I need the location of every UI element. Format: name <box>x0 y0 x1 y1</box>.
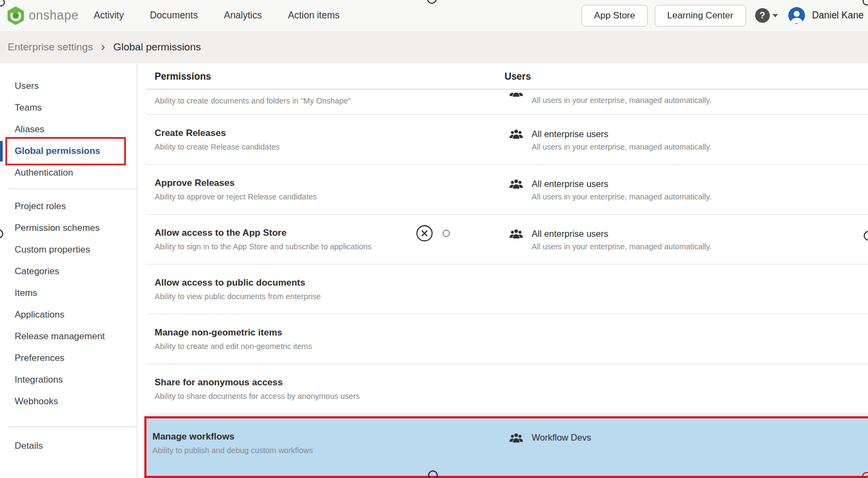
sidebar-item-teams[interactable]: Teams <box>0 97 137 119</box>
nav-item-analytics[interactable]: Analytics <box>224 10 262 21</box>
sidebar-item-details[interactable]: Details <box>0 435 137 457</box>
permission-row-manage-non-geometric-items[interactable]: Manage non-geometric items Ability to cr… <box>146 314 868 364</box>
nav-item-activity[interactable]: Activity <box>94 10 124 21</box>
active-indicator-bar <box>0 141 3 162</box>
primary-nav: ActivityDocumentsAnalyticsAction items <box>94 10 340 21</box>
app-store-button[interactable]: App Store <box>582 5 648 27</box>
permissions-rows: Ability to create documents and folders … <box>146 89 868 478</box>
permission-title: Manage non-geometric items <box>155 327 868 338</box>
sidebar-item-webhooks[interactable]: Webhooks <box>0 391 137 412</box>
users-description: All users in your enterprise, managed au… <box>532 96 712 105</box>
column-header-permissions: Permissions <box>155 70 211 82</box>
permission-row-allow-access-to-the-app-store[interactable]: Allow access to the App Store Ability to… <box>146 215 868 264</box>
permission-row-ability-to-create-documents-and-folders-in-my-onshape[interactable]: Ability to create documents and folders … <box>146 89 868 115</box>
sidebar-item-release-management[interactable]: Release management <box>0 326 137 347</box>
column-header-users: Users <box>505 70 531 82</box>
row-action-icons <box>416 225 450 242</box>
users-group-icon <box>509 178 524 201</box>
users-description: All users in your enterprise, managed au… <box>532 142 712 151</box>
permission-row-approve-releases[interactable]: Approve Releases Ability to approve or r… <box>146 165 868 215</box>
brand-wordmark: onshape <box>29 8 79 23</box>
sidebar-item-global-permissions[interactable]: Global permissions <box>0 140 137 162</box>
sidebar-item-permission-schemes[interactable]: Permission schemes <box>0 217 137 239</box>
breadcrumb-current-page: Global permissions <box>113 41 201 53</box>
breadcrumb-enterprise-settings[interactable]: Enterprise settings <box>8 41 93 53</box>
sidebar-item-project-roles[interactable]: Project roles <box>0 196 137 217</box>
permission-row-create-releases[interactable]: Create Releases Ability to create Releas… <box>146 115 868 165</box>
onshape-brand[interactable]: onshape <box>7 7 79 25</box>
settings-sidebar: UsersTeamsAliasesGlobal permissionsAuthe… <box>0 63 137 478</box>
nav-item-documents[interactable]: Documents <box>150 10 198 21</box>
sidebar-item-items[interactable]: Items <box>0 282 137 304</box>
sidebar-group-3: Details <box>0 435 137 457</box>
permission-row-manage-workflows[interactable]: Manage workflows Ability to publish and … <box>144 416 868 478</box>
permission-title: Allow access to public documents <box>155 277 868 288</box>
sidebar-divider <box>8 427 137 427</box>
users-cell: All enterprise users All users in your e… <box>509 178 712 201</box>
permission-description: Ability to create and edit non-geometric… <box>155 342 868 351</box>
table-header: Permissions Users <box>146 63 868 89</box>
users-description: All users in your enterprise, managed au… <box>532 242 712 250</box>
users-group-icon <box>509 228 524 250</box>
users-title: Workflow Devs <box>532 432 591 443</box>
users-cell: All enterprise users All users in your e… <box>509 228 712 250</box>
users-group-icon <box>509 128 524 151</box>
permission-description: Ability to publish and debug custom work… <box>152 446 868 455</box>
users-cell: All enterprise users All users in your e… <box>509 128 712 151</box>
permission-title: Share for anonymous access <box>155 377 868 388</box>
sidebar-divider <box>8 189 137 189</box>
global-permissions-panel: Permissions Users Ability to create docu… <box>146 63 868 478</box>
permission-description: Ability to share documents for access by… <box>155 392 868 401</box>
permission-row-share-for-anonymous-access[interactable]: Share for anonymous access Ability to sh… <box>146 364 868 414</box>
onshape-logo-icon <box>7 7 25 25</box>
chevron-down-icon <box>773 14 778 17</box>
learning-center-button[interactable]: Learning Center <box>655 5 746 27</box>
sidebar-group-1: UsersTeamsAliasesGlobal permissionsAuthe… <box>0 75 137 184</box>
sidebar-item-users[interactable]: Users <box>0 75 137 97</box>
sidebar-item-custom-properties[interactable]: Custom properties <box>0 239 137 261</box>
permission-row-allow-access-to-public-documents[interactable]: Allow access to public documents Ability… <box>146 264 868 314</box>
annotation-dot-icon <box>443 230 450 237</box>
topbar-actions: App Store Learning Center ? Daniel Kane <box>582 0 864 31</box>
breadcrumb: Enterprise settings › Global permissions <box>0 31 868 63</box>
users-group-icon <box>509 432 524 444</box>
users-title: All enterprise users <box>532 228 712 238</box>
sidebar-group-2: Project rolesPermission schemesCustom pr… <box>0 196 137 412</box>
onshape-enterprise-settings-page: onshape ActivityDocumentsAnalyticsAction… <box>0 0 868 478</box>
sidebar-item-aliases[interactable]: Aliases <box>0 119 137 140</box>
sidebar-item-categories[interactable]: Categories <box>0 261 137 282</box>
users-cell: All users in your enterprise, managed au… <box>509 93 712 105</box>
users-cell: Workflow Devs <box>509 432 591 444</box>
users-title: All enterprise users <box>532 178 712 189</box>
sidebar-item-authentication[interactable]: Authentication <box>0 162 137 184</box>
chevron-right-icon: › <box>101 41 105 53</box>
permission-description: Ability to view public documents from en… <box>155 292 868 301</box>
user-name[interactable]: Daniel Kane <box>812 10 864 21</box>
user-avatar[interactable] <box>788 7 805 24</box>
nav-item-action-items[interactable]: Action items <box>288 10 340 21</box>
sidebar-item-applications[interactable]: Applications <box>0 304 137 326</box>
users-group-icon <box>509 93 524 105</box>
help-menu[interactable]: ? <box>755 8 778 23</box>
top-navigation-bar: onshape ActivityDocumentsAnalyticsAction… <box>0 0 868 31</box>
users-title: All enterprise users <box>532 128 712 139</box>
sidebar-item-integrations[interactable]: Integrations <box>0 369 137 391</box>
remove-permission-icon[interactable] <box>416 225 433 242</box>
sidebar-item-preferences[interactable]: Preferences <box>0 347 137 369</box>
users-description: All users in your enterprise, managed au… <box>532 192 712 201</box>
help-icon[interactable]: ? <box>755 8 770 23</box>
person-icon <box>788 7 805 24</box>
